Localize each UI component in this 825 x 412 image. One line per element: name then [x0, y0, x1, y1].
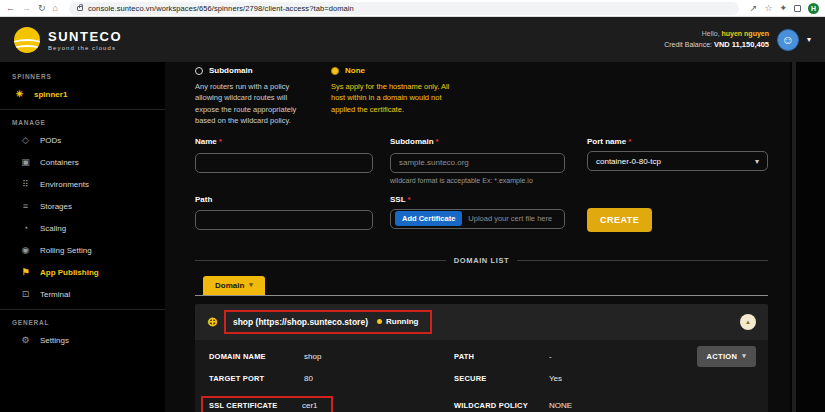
detail-label: SECURE	[454, 374, 549, 383]
required-asterisk: *	[408, 195, 411, 204]
annotation-box-header: shop (https://shop.sunteco.store) Runnin…	[224, 310, 433, 334]
ssl-upload-field[interactable]: Add Certificate Upload your cert file he…	[390, 209, 565, 229]
domain-card-header[interactable]: ⊕ shop (https://shop.sunteco.store) Runn…	[195, 304, 768, 340]
globe-icon: ⊕	[207, 314, 218, 329]
browser-chrome: ← → ↻ ⌂ console.sunteco.vn/workspaces/65…	[0, 0, 825, 17]
chevron-down-icon: ▾	[755, 157, 759, 166]
domain-list-divider: DOMAIN LIST	[195, 256, 768, 265]
detail-label: TARGET PORT	[209, 374, 304, 383]
name-label: Name*	[195, 137, 373, 146]
window-icon[interactable]	[794, 5, 801, 12]
brand-name: SUNTECO	[48, 29, 122, 44]
sidebar-item-label: Rolling Setting	[40, 246, 92, 255]
sidebar-item-label: Scaling	[40, 224, 66, 233]
port-name-value: container-0-80-tcp	[596, 157, 661, 166]
greeting-prefix: Hello,	[702, 30, 722, 37]
radio-none-circle-icon[interactable]	[331, 67, 339, 75]
back-icon[interactable]: ←	[6, 4, 15, 13]
sunteco-logo[interactable]: SUNTECO Beyond the clouds	[14, 27, 122, 53]
page: ← → ↻ ⌂ console.sunteco.vn/workspaces/65…	[0, 0, 825, 412]
reload-icon[interactable]: ↻	[38, 4, 46, 13]
account-menu-caret-icon[interactable]: ▾	[807, 35, 811, 44]
detail-row: SSL CERTIFICATE cer1 WILDCARD POLICY NON…	[209, 396, 754, 412]
radio-subdomain-description: Any routers run with a policy allowing w…	[195, 81, 313, 126]
ssl-label: SSL*	[390, 195, 565, 204]
subdomain-input[interactable]	[390, 153, 565, 173]
lock-icon	[77, 6, 83, 11]
detail-value: 80	[304, 374, 313, 383]
path-label: Path	[195, 195, 373, 204]
browser-profile-avatar[interactable]: H	[808, 3, 819, 14]
page-scroll-area	[790, 62, 825, 412]
avatar[interactable]: ☺	[777, 29, 799, 51]
sidebar-item-label: Containers	[40, 158, 79, 167]
share-icon[interactable]: ↗	[750, 4, 758, 13]
sidebar-item-environments[interactable]: ⠿ Environments	[0, 173, 165, 195]
credit-value: VND 11,150,405	[714, 40, 769, 49]
extensions-pin-icon[interactable]: ✦	[779, 4, 787, 13]
rolling-setting-icon: ◉	[20, 245, 31, 255]
terminal-icon: ⊡	[20, 289, 31, 299]
sidebar-item-rolling-setting[interactable]: ◉ Rolling Setting	[0, 239, 165, 261]
required-asterisk: *	[436, 137, 439, 146]
sidebar-item-scaling[interactable]: ◔ Scaling	[0, 217, 165, 239]
collapse-button[interactable]: ▴	[740, 314, 756, 330]
spinner-icon: ✳	[14, 89, 25, 99]
name-input[interactable]	[195, 153, 373, 173]
sidebar-item-label: Storages	[40, 202, 72, 211]
sidebar-item-label: Settings	[40, 336, 69, 345]
radio-none-label: None	[345, 66, 365, 75]
tab-domain-label: Domain	[215, 281, 244, 290]
port-name-label: Port name*	[587, 137, 768, 146]
main-content: Subdomain Any routers run with a policy …	[165, 62, 790, 412]
forward-icon[interactable]: →	[22, 4, 31, 13]
domain-title: shop (https://shop.sunteco.store)	[233, 317, 368, 327]
sidebar-section-general: GENERAL	[0, 314, 165, 329]
path-input[interactable]	[195, 210, 373, 230]
sidebar-item-settings[interactable]: ⚙ Settings	[0, 329, 165, 351]
domain-tab-bar: Domain ▾	[195, 274, 768, 296]
status-badge: Running	[377, 317, 418, 326]
detail-secure: SECURE Yes	[454, 374, 562, 383]
tab-domain[interactable]: Domain ▾	[203, 276, 265, 295]
scrollbar[interactable]	[792, 62, 796, 412]
action-button[interactable]: ACTION ▾	[697, 346, 756, 367]
bookmark-star-icon[interactable]: ☆	[764, 4, 772, 13]
sidebar-item-pods[interactable]: ◇ PODs	[0, 129, 165, 151]
required-asterisk: *	[219, 137, 222, 146]
browser-actions: ↗ ☆ ✦ H	[750, 3, 819, 14]
brand-tagline: Beyond the clouds	[48, 45, 122, 51]
detail-row: TARGET PORT 80 SECURE Yes	[209, 374, 754, 383]
radio-none[interactable]: None	[331, 66, 459, 75]
detail-domain-name: DOMAIN NAME shop	[209, 352, 454, 361]
sidebar-item-spinner1[interactable]: ✳ spinner1	[0, 83, 165, 105]
radio-subdomain[interactable]: Subdomain	[195, 66, 313, 75]
sidebar-item-containers[interactable]: ▣ Containers	[0, 151, 165, 173]
sidebar-item-terminal[interactable]: ⊡ Terminal	[0, 283, 165, 305]
containers-icon: ▣	[20, 157, 31, 167]
sidebar-item-storages[interactable]: ≡ Storages	[0, 195, 165, 217]
required-asterisk: *	[628, 137, 631, 146]
radio-subdomain-label: Subdomain	[209, 66, 253, 75]
radio-subdomain-circle-icon[interactable]	[195, 67, 203, 75]
status-dot-icon	[377, 319, 382, 324]
app-header: SUNTECO Beyond the clouds Hello, huyen n…	[0, 17, 825, 62]
annotation-box-ssl: SSL CERTIFICATE cer1	[201, 396, 333, 412]
create-button[interactable]: CREATE	[587, 208, 652, 232]
home-icon[interactable]: ⌂	[53, 4, 58, 13]
sunteco-logo-icon	[14, 27, 40, 53]
url-text: console.sunteco.vn/workspaces/656/spinne…	[88, 4, 354, 13]
add-certificate-button[interactable]: Add Certificate	[395, 211, 462, 226]
sidebar-divider	[0, 309, 165, 310]
sidebar-item-label: Terminal	[40, 290, 70, 299]
storages-icon: ≡	[20, 201, 31, 211]
sidebar-item-label: PODs	[40, 136, 61, 145]
detail-value: shop	[304, 352, 321, 361]
detail-path: PATH -	[454, 352, 552, 361]
sidebar-item-app-publishing[interactable]: ⚑ App Publishing	[0, 261, 165, 283]
address-bar[interactable]: console.sunteco.vn/workspaces/656/spinne…	[69, 2, 739, 15]
sidebar-section-manage: MANAGE	[0, 114, 165, 129]
port-name-select[interactable]: container-0-80-tcp ▾	[587, 151, 768, 171]
sidebar-divider	[0, 109, 165, 110]
divider-line	[195, 260, 446, 261]
